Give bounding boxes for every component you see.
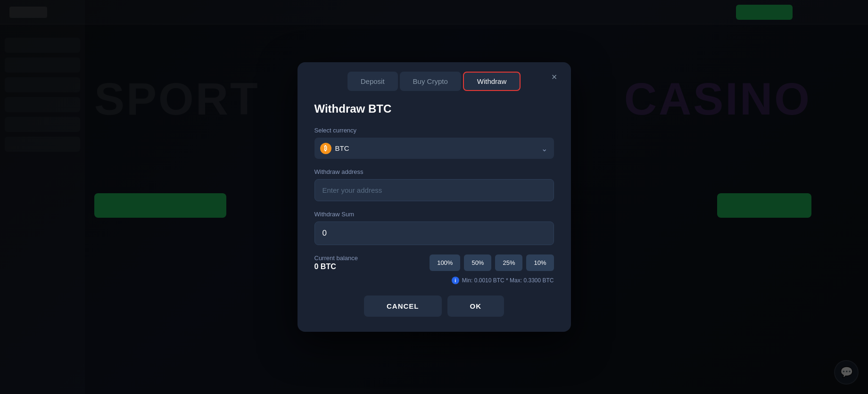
tab-deposit[interactable]: Deposit xyxy=(347,72,398,91)
balance-label: Current balance xyxy=(314,254,358,262)
sum-label: Withdraw Sum xyxy=(314,211,554,218)
withdraw-modal: Deposit Buy Crypto Withdraw × Withdraw B… xyxy=(298,62,571,332)
modal-close-button[interactable]: × xyxy=(547,70,562,84)
minmax-text: Min: 0.0010 BTC * Max: 0.3300 BTC xyxy=(462,277,554,284)
tab-buy-crypto[interactable]: Buy Crypto xyxy=(400,72,461,91)
percent-25-button[interactable]: 25% xyxy=(495,254,522,271)
sum-input[interactable] xyxy=(314,222,554,245)
modal-title: Withdraw BTC xyxy=(314,102,554,115)
balance-row: Current balance 0 BTC 100% 50% 25% 10% xyxy=(314,254,554,271)
modal-backdrop: Deposit Buy Crypto Withdraw × Withdraw B… xyxy=(0,0,868,394)
currency-select[interactable]: BTC ETH LTC USDT xyxy=(314,138,554,159)
balance-info: Current balance 0 BTC xyxy=(314,254,358,271)
ok-button[interactable]: OK xyxy=(447,296,504,317)
address-label: Withdraw address xyxy=(314,168,554,175)
info-icon: i xyxy=(452,277,459,284)
tab-withdraw[interactable]: Withdraw xyxy=(463,72,521,91)
address-input[interactable] xyxy=(314,179,554,201)
action-buttons: CANCEL OK xyxy=(314,296,554,317)
currency-select-wrap: ₿ BTC ETH LTC USDT ⌄ xyxy=(314,138,554,159)
currency-label: Select currency xyxy=(314,127,554,134)
percent-buttons: 100% 50% 25% 10% xyxy=(430,254,554,271)
percent-50-button[interactable]: 50% xyxy=(464,254,491,271)
minmax-info: i Min: 0.0010 BTC * Max: 0.3300 BTC xyxy=(314,277,554,284)
percent-100-button[interactable]: 100% xyxy=(430,254,460,271)
balance-value: 0 BTC xyxy=(314,263,358,271)
cancel-button[interactable]: CANCEL xyxy=(364,296,442,317)
btc-icon: ₿ xyxy=(320,143,331,154)
modal-tabs: Deposit Buy Crypto Withdraw xyxy=(298,62,571,91)
modal-body: Withdraw BTC Select currency ₿ BTC ETH L… xyxy=(298,91,571,317)
percent-10-button[interactable]: 10% xyxy=(526,254,554,271)
